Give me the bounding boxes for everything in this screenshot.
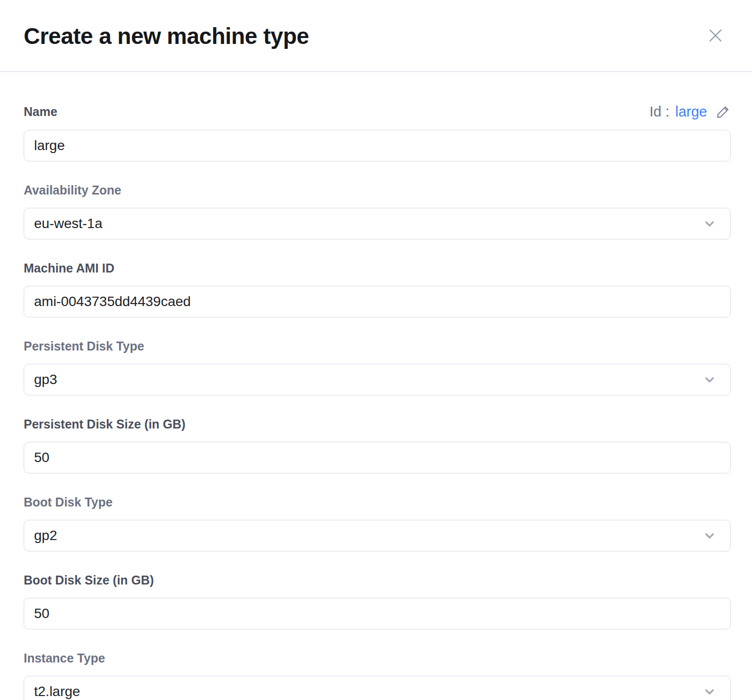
field-machine-ami-id: Machine AMI ID bbox=[24, 260, 731, 317]
field-persistent-disk-size: Persistent Disk Size (in GB) bbox=[24, 416, 731, 473]
edit-id-button[interactable] bbox=[715, 104, 731, 120]
field-persistent-disk-type: Persistent Disk Type gp3 bbox=[24, 338, 731, 395]
boot-disk-type-value: gp2 bbox=[34, 528, 57, 544]
chevron-down-icon bbox=[703, 529, 716, 543]
machine-ami-id-input[interactable] bbox=[24, 286, 731, 317]
field-boot-disk-type: Boot Disk Type gp2 bbox=[24, 494, 731, 551]
modal-header: Create a new machine type bbox=[0, 0, 752, 72]
field-boot-disk-size: Boot Disk Size (in GB) bbox=[24, 572, 731, 629]
name-input[interactable] bbox=[24, 130, 731, 161]
modal-body: Name Id : large Availa bbox=[0, 104, 752, 700]
create-machine-type-modal: Create a new machine type Name Id : larg… bbox=[0, 0, 752, 700]
persistent-disk-type-label: Persistent Disk Type bbox=[24, 339, 144, 353]
id-row: Id : large bbox=[649, 104, 731, 120]
chevron-down-icon bbox=[703, 217, 716, 231]
instance-type-label: Instance Type bbox=[24, 651, 105, 665]
persistent-disk-type-select[interactable]: gp3 bbox=[24, 364, 731, 395]
persistent-disk-type-value: gp3 bbox=[34, 372, 57, 388]
name-label: Name bbox=[24, 105, 57, 119]
field-instance-type: Instance Type t2.large bbox=[24, 650, 731, 700]
field-name: Name Id : large bbox=[24, 104, 731, 161]
id-prefix: Id : bbox=[649, 104, 669, 120]
availability-zone-label: Availability Zone bbox=[24, 183, 121, 197]
machine-ami-id-label: Machine AMI ID bbox=[24, 261, 114, 275]
close-button[interactable] bbox=[707, 27, 724, 44]
availability-zone-value: eu-west-1a bbox=[34, 216, 103, 232]
instance-type-select[interactable]: t2.large bbox=[24, 676, 731, 700]
name-label-row: Name Id : large bbox=[24, 104, 731, 120]
x-icon bbox=[707, 27, 724, 44]
boot-disk-size-label: Boot Disk Size (in GB) bbox=[24, 573, 154, 587]
chevron-down-icon bbox=[703, 373, 716, 387]
boot-disk-size-input[interactable] bbox=[24, 598, 731, 629]
pencil-icon bbox=[715, 104, 731, 120]
persistent-disk-size-input[interactable] bbox=[24, 442, 731, 473]
id-value: large bbox=[676, 104, 708, 120]
persistent-disk-size-label: Persistent Disk Size (in GB) bbox=[24, 417, 186, 431]
modal-title: Create a new machine type bbox=[24, 23, 309, 49]
boot-disk-type-label: Boot Disk Type bbox=[24, 495, 113, 509]
chevron-down-icon bbox=[703, 685, 716, 699]
field-availability-zone: Availability Zone eu-west-1a bbox=[24, 182, 731, 239]
instance-type-value: t2.large bbox=[34, 684, 80, 700]
boot-disk-type-select[interactable]: gp2 bbox=[24, 520, 731, 551]
availability-zone-select[interactable]: eu-west-1a bbox=[24, 208, 731, 239]
